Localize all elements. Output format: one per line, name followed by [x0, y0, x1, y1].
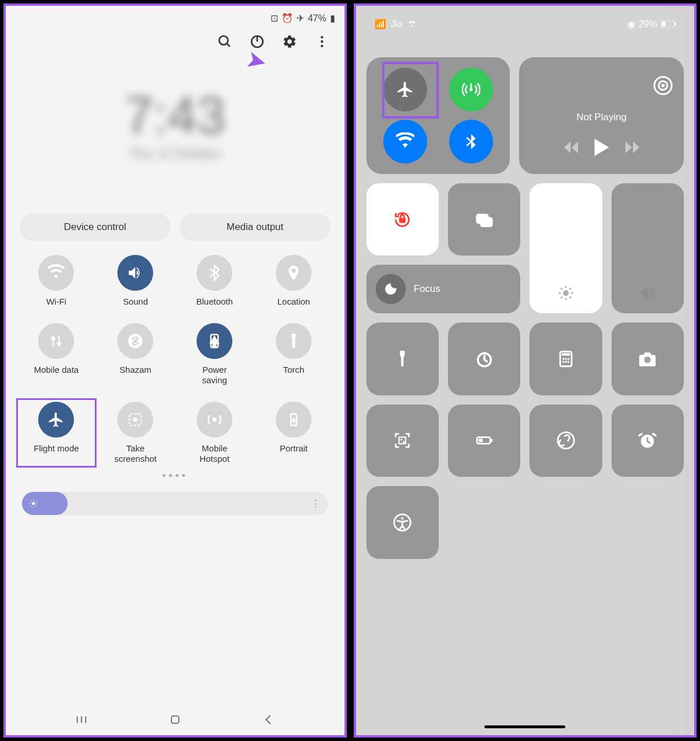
airplay-icon[interactable]: [653, 75, 673, 96]
qs-tile-shazam[interactable]: Shazam: [99, 323, 172, 386]
wifi-toggle[interactable]: [383, 120, 427, 164]
qs-tile-power-saving[interactable]: Power saving: [178, 323, 251, 386]
media-output-pill[interactable]: Media output: [180, 213, 331, 241]
search-icon[interactable]: [217, 34, 232, 49]
qs-tile-label: Location: [277, 297, 310, 307]
shazam-icon: [117, 323, 153, 359]
svg-line-1: [227, 43, 229, 46]
more-icon[interactable]: [314, 34, 329, 49]
android-qs-actions: [6, 26, 345, 57]
ios-phone: 📶 Jio ◉ 29% Not: [350, 0, 701, 741]
home-indicator[interactable]: [484, 725, 565, 728]
svg-rect-35: [481, 218, 491, 226]
svg-point-32: [661, 84, 665, 87]
svg-point-48: [562, 358, 564, 360]
timer-icon: [475, 349, 494, 369]
play-icon[interactable]: [594, 139, 609, 156]
brightness-slider[interactable]: [529, 183, 602, 313]
brightness-slider[interactable]: ⋮: [22, 492, 328, 515]
hotspot-icon: [197, 402, 232, 438]
slider-menu-icon[interactable]: ⋮: [311, 498, 320, 509]
wifi-icon: [38, 255, 74, 291]
cellular-toggle[interactable]: [449, 68, 493, 112]
flashlight-tile[interactable]: [366, 323, 439, 395]
svg-rect-27: [662, 21, 665, 27]
svg-point-53: [567, 361, 569, 362]
airplane-toggle[interactable]: [383, 68, 427, 112]
volume-slider[interactable]: [612, 183, 684, 313]
wifi-status-icon: [407, 19, 417, 29]
torch-icon: [276, 323, 312, 359]
calculator-tile[interactable]: [529, 323, 602, 395]
low-power-tile[interactable]: [448, 405, 520, 477]
shazam-tile[interactable]: [529, 405, 602, 477]
svg-rect-25: [171, 716, 179, 724]
qs-tile-label: Shazam: [120, 365, 151, 375]
svg-line-18: [31, 501, 31, 501]
battery-text: 29%: [639, 19, 657, 29]
android-status-bar: ⊡ ⏰ ✈ 47% ▮: [6, 6, 345, 26]
qr-scan-tile[interactable]: [366, 405, 439, 477]
back-nav-icon[interactable]: [262, 713, 275, 726]
svg-rect-33: [400, 218, 405, 222]
location-icon: [276, 255, 312, 291]
svg-line-43: [561, 297, 562, 299]
svg-point-9: [134, 417, 138, 422]
alarm-tile[interactable]: [612, 405, 684, 477]
svg-point-52: [565, 361, 566, 362]
svg-rect-28: [675, 23, 676, 25]
ios-status-bar: 📶 Jio ◉ 29%: [366, 6, 684, 34]
qs-tile-bluetooth[interactable]: Bluetooth: [178, 255, 251, 307]
qs-tile-location[interactable]: Location: [257, 255, 331, 307]
location-status-icon: ◉: [627, 18, 635, 29]
accessibility-tile[interactable]: [366, 486, 439, 558]
qs-tile-label: Sound: [123, 297, 148, 307]
qs-tile-portrait[interactable]: Portrait: [257, 402, 331, 464]
timer-tile[interactable]: [448, 323, 520, 395]
flashlight-icon: [392, 349, 412, 369]
qs-tile-hotspot[interactable]: Mobile Hotspot: [178, 402, 251, 464]
forward-icon[interactable]: [625, 142, 639, 153]
device-control-pill[interactable]: Device control: [20, 213, 171, 241]
home-nav-icon[interactable]: [169, 713, 182, 726]
qs-tile-screenshot[interactable]: Take screenshot: [99, 402, 172, 464]
lockscreen-blur: 7:43 Thu, 6 October: [6, 86, 345, 190]
qs-tile-label: Portrait: [280, 443, 308, 454]
svg-line-42: [569, 297, 571, 299]
bluetooth-toggle[interactable]: [449, 120, 493, 164]
settings-gear-icon[interactable]: [282, 34, 297, 49]
rewind-icon[interactable]: [564, 142, 578, 153]
status-misc-icon: ⊡: [271, 13, 278, 24]
mobile-data-icon: [38, 323, 74, 359]
svg-point-4: [320, 36, 323, 38]
focus-toggle[interactable]: Focus: [366, 265, 521, 313]
qs-tile-wifi[interactable]: Wi-Fi: [20, 255, 93, 307]
qs-tile-flight-mode[interactable]: Flight mode: [20, 402, 93, 464]
screenshot-icon: [117, 402, 153, 438]
power-saving-icon: [197, 323, 232, 359]
orientation-lock-toggle[interactable]: [366, 183, 439, 255]
svg-point-49: [565, 358, 566, 360]
svg-point-36: [563, 290, 569, 296]
qs-tile-label: Torch: [283, 365, 305, 375]
svg-point-64: [401, 517, 403, 520]
svg-rect-12: [292, 418, 295, 423]
qs-tile-mobile-data[interactable]: Mobile data: [20, 323, 93, 386]
qs-tile-sound[interactable]: Sound: [99, 255, 172, 307]
accessibility-icon: [392, 513, 412, 532]
qs-tile-torch[interactable]: Torch: [257, 323, 331, 386]
battery-text: 47%: [308, 13, 326, 24]
svg-line-21: [36, 501, 36, 501]
battery-icon: ▮: [330, 13, 335, 24]
shazam-icon: [556, 431, 576, 450]
screen-mirroring-toggle[interactable]: [448, 183, 520, 255]
svg-point-0: [219, 36, 228, 45]
media-panel[interactable]: Not Playing: [519, 57, 684, 174]
svg-point-51: [562, 361, 564, 362]
recents-nav-icon[interactable]: [75, 713, 88, 726]
focus-label: Focus: [414, 283, 440, 295]
connectivity-panel[interactable]: [366, 57, 510, 174]
camera-tile[interactable]: [612, 323, 684, 395]
qs-tile-label: Take screenshot: [109, 443, 161, 464]
svg-rect-59: [491, 439, 492, 443]
